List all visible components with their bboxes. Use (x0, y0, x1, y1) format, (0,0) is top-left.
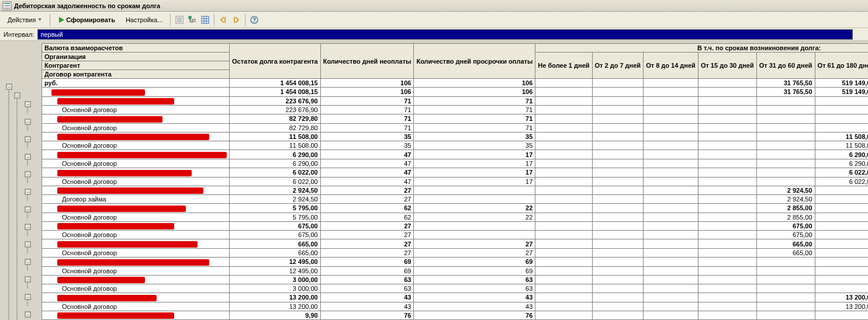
cell-a3 (644, 114, 698, 124)
table-row[interactable]: 675,0027675,00 (42, 221, 869, 231)
table-row[interactable]: 13 200,00434313 200,00 (42, 293, 869, 302)
cell-overdue (414, 221, 535, 231)
table-row[interactable]: Основной договор675,0027675,00 (42, 231, 869, 239)
restore-left-icon[interactable] (217, 13, 230, 26)
cell-a1 (535, 302, 592, 311)
table-row[interactable]: Основной договор665,002727665,00 (42, 248, 869, 257)
table-row[interactable]: 3 000,0063633 000,00 (42, 275, 869, 284)
cell-a4 (698, 257, 756, 266)
cell-a3 (644, 106, 698, 114)
svg-text:?: ? (253, 17, 256, 23)
restore-right-icon[interactable] (230, 13, 243, 26)
cell-unpaid: 63 (320, 284, 414, 293)
cell-a2 (592, 88, 644, 97)
table-row[interactable]: 6 022,0047176 022,00 (42, 168, 869, 177)
cell-a3 (644, 275, 698, 284)
cell-a4 (698, 213, 756, 221)
svg-text:−: − (8, 84, 11, 90)
tree-outline[interactable]: − − − − − − − − − − − − − − − (2, 43, 42, 320)
cell-unpaid: 43 (320, 293, 414, 302)
cell-unpaid: 47 (320, 177, 414, 186)
cell-unpaid: 106 (320, 79, 414, 88)
cell-a5 (756, 168, 815, 177)
svg-text:−: − (26, 294, 29, 300)
header-dimension-0: Валюта взаиморасчетов (42, 44, 230, 53)
cell-a5: 675,00 (756, 231, 815, 239)
svg-text:−: − (26, 119, 29, 125)
table-row[interactable]: Основной договор11 508,00353511 508,00 (42, 141, 869, 150)
cell-a1 (535, 221, 592, 231)
cell-balance: 13 200,00 (230, 293, 321, 302)
cell-overdue (414, 186, 535, 195)
cell-a1 (535, 204, 592, 213)
table-row[interactable]: Основной договор12 495,00696912 495,00 (42, 266, 869, 275)
cell-a4 (698, 293, 756, 302)
table-row[interactable]: 1 454 008,1510610631 765,50519 149,64903… (42, 88, 869, 97)
table-row[interactable]: 2 924,50272 924,50 (42, 186, 869, 195)
cell-a1 (535, 275, 592, 284)
cell-a4 (698, 311, 756, 320)
table-row[interactable]: 9,9076769,90 (42, 311, 869, 320)
cell-a6 (815, 257, 868, 266)
table-row[interactable]: Основной договор6 290,0047176 290,00 (42, 159, 869, 168)
table-row[interactable]: руб.1 454 008,1510610631 765,50519 149,6… (42, 79, 869, 88)
cell-a4 (698, 239, 756, 249)
table-row[interactable]: 665,002727665,00 (42, 239, 869, 249)
cell-a3 (644, 239, 698, 249)
table-row[interactable]: Основной договор6 022,0047176 022,00 (42, 177, 869, 186)
cell-overdue: 63 (414, 284, 535, 293)
table-row[interactable]: Основной договор223 676,907171223 676,90 (42, 106, 869, 114)
table-row[interactable]: Договор займа2 924,50272 924,50 (42, 195, 869, 204)
row-label: Основной договор (62, 303, 117, 310)
row-name-cell: Основной договор (42, 248, 230, 257)
cell-a2 (592, 284, 644, 293)
cell-a6 (815, 221, 868, 231)
svg-rect-2 (4, 5, 10, 6)
cell-overdue: 106 (414, 88, 535, 97)
cell-a6 (815, 231, 868, 239)
row-label: Основной договор (62, 249, 117, 256)
cell-a1 (535, 79, 592, 88)
tree-icon[interactable] (186, 13, 199, 26)
header-dimension-2: Контрагент (42, 61, 230, 70)
row-name-cell (42, 311, 230, 320)
cell-a5: 2 855,00 (756, 204, 815, 213)
table-row[interactable]: Основной договор82 729,80717182 729,80 (42, 123, 869, 132)
cell-a6 (815, 186, 868, 195)
row-name-cell: Договор займа (42, 195, 230, 204)
table-row[interactable]: Основной договор5 795,0062222 855,002 94… (42, 213, 869, 221)
settings-button[interactable]: Настройка... (120, 15, 168, 25)
cell-a5 (756, 141, 815, 150)
table-row[interactable]: 82 729,80717182 729,80 (42, 114, 869, 124)
cell-unpaid: 71 (320, 106, 414, 114)
cell-a4 (698, 275, 756, 284)
cell-a5 (756, 177, 815, 186)
table-row[interactable]: 5 795,0062222 855,002 940,00 (42, 204, 869, 213)
grid-icon[interactable] (199, 13, 212, 26)
svg-text:−: − (26, 102, 29, 107)
row-name-cell (42, 114, 230, 124)
cell-a3 (644, 96, 698, 106)
cell-overdue: 17 (414, 177, 535, 186)
table-row[interactable]: 6 290,0047176 290,00 (42, 150, 869, 159)
table-row[interactable]: 223 676,907171223 676,90 (42, 96, 869, 106)
cell-a5 (756, 284, 815, 293)
cell-overdue: 106 (414, 79, 535, 88)
cell-a3 (644, 132, 698, 141)
table-row[interactable]: Основной договор13 200,00434313 200,00 (42, 302, 869, 311)
row-label: Основной договор (62, 231, 117, 238)
header-a4: От 15 до 30 дней (698, 53, 756, 79)
form-button[interactable]: Сформировать (53, 15, 120, 25)
actions-menu[interactable]: Действия▼ (2, 15, 47, 25)
cell-a2 (592, 123, 644, 132)
cell-a5 (756, 114, 815, 124)
row-name-cell (42, 96, 230, 106)
interval-input[interactable] (37, 29, 853, 40)
table-row[interactable]: Основной договор3 000,0063633 000,00 (42, 284, 869, 293)
table-row[interactable]: 11 508,00353511 508,00 (42, 132, 869, 141)
table-row[interactable]: 12 495,00696912 495,00 (42, 257, 869, 266)
redacted-text (57, 241, 198, 248)
list-icon[interactable] (173, 13, 186, 26)
settings-label: Настройка... (126, 16, 162, 23)
help-icon[interactable]: ? (248, 13, 261, 26)
